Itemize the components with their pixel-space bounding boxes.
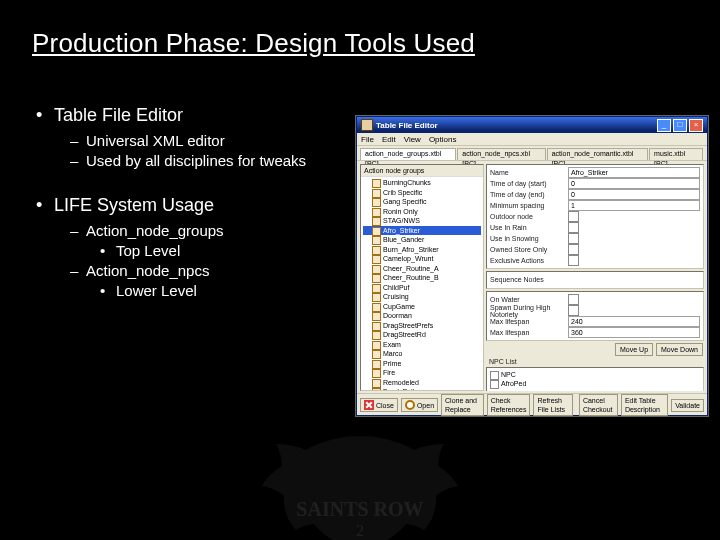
- bullet-lvl2: –Used by all disciplines for tweaks: [70, 152, 376, 169]
- tree-node[interactable]: CupGame: [363, 302, 481, 312]
- menu-view[interactable]: View: [404, 135, 421, 144]
- checkbox[interactable]: [568, 211, 579, 222]
- file-tab[interactable]: action_node_romantic.xtbl [PC]: [547, 148, 648, 160]
- text-field[interactable]: 0: [568, 189, 700, 200]
- bullet-lvl1: •LIFE System Usage: [36, 195, 376, 216]
- bullet-heading: Table File Editor: [54, 105, 183, 125]
- tree-node[interactable]: BurningChunks: [363, 178, 481, 188]
- text-field[interactable]: 1: [568, 200, 700, 211]
- tree-node[interactable]: Fire: [363, 368, 481, 378]
- slide-title: Production Phase: Design Tools Used: [0, 0, 720, 59]
- app-window: Table File Editor _ □ × File Edit View O…: [356, 116, 708, 416]
- tree-node[interactable]: DragStreetRd: [363, 330, 481, 340]
- close-tool-button[interactable]: Close: [360, 398, 398, 412]
- tree-node[interactable]: Camelop_Wrunt: [363, 254, 481, 264]
- field-label: NPC List: [489, 358, 567, 365]
- menu-file[interactable]: File: [361, 135, 374, 144]
- validate-button[interactable]: Validate: [671, 399, 704, 412]
- properties-panel: NameAfro_StrikerTime of day (start)0Time…: [486, 164, 704, 391]
- bullet-lvl2: –Universal XML editor: [70, 132, 376, 149]
- file-tab[interactable]: action_node_npcs.xbl [PC]: [457, 148, 545, 160]
- app-icon: [361, 119, 373, 131]
- field-label: Owned Store Only: [490, 246, 568, 253]
- bullet-lvl2: –Action_node_groups: [70, 222, 376, 239]
- cancel-checkout-button[interactable]: Cancel Checkout: [579, 394, 618, 416]
- edit-table-description-button[interactable]: Edit Table Description: [621, 394, 668, 416]
- field-label: Max lifespan: [490, 318, 568, 325]
- bottom-toolbar: Close Open Clone and Replace Check Refer…: [357, 393, 707, 416]
- svg-text:2: 2: [356, 522, 364, 539]
- svg-text:SAINTS ROW: SAINTS ROW: [296, 498, 423, 520]
- titlebar[interactable]: Table File Editor _ □ ×: [357, 117, 707, 133]
- bullet-heading: LIFE System Usage: [54, 195, 214, 215]
- checkbox[interactable]: [568, 305, 579, 316]
- text-field[interactable]: 0: [568, 178, 700, 189]
- tree-node[interactable]: ChildPuf: [363, 283, 481, 293]
- checkbox[interactable]: [568, 222, 579, 233]
- tree-node[interactable]: Food_Exile: [363, 387, 481, 391]
- field-label: Exclusive Actions: [490, 257, 568, 264]
- tree-node[interactable]: Gang Specific: [363, 197, 481, 207]
- field-label: Use In Rain: [490, 224, 568, 231]
- move-up-button[interactable]: Move Up: [615, 343, 653, 356]
- open-tool-button[interactable]: Open: [401, 398, 438, 412]
- text-field[interactable]: Afro_Striker: [568, 167, 700, 178]
- refresh-button[interactable]: Refresh File Lists: [533, 394, 572, 416]
- maximize-button[interactable]: □: [673, 119, 687, 132]
- field-label: Use in Snowing: [490, 235, 568, 242]
- tree-panel: Action node groups BurningChunksCrib Spe…: [360, 164, 484, 391]
- tree-node[interactable]: Crib Specific: [363, 188, 481, 198]
- checkbox[interactable]: [568, 233, 579, 244]
- checkbox[interactable]: [568, 255, 579, 266]
- checkbox[interactable]: [568, 294, 579, 305]
- text-field[interactable]: 240: [568, 316, 700, 327]
- field-label: Spawn During High Notoriety: [490, 304, 568, 318]
- tree-node[interactable]: DragStreetPrefs: [363, 321, 481, 331]
- list-item[interactable]: AfroPed: [489, 379, 701, 388]
- close-button[interactable]: ×: [689, 119, 703, 132]
- checkbox[interactable]: [568, 244, 579, 255]
- bullet-lvl3: •Lower Level: [100, 282, 376, 299]
- bullet-lvl1: •Table File Editor: [36, 105, 376, 126]
- field-label: Name: [490, 169, 568, 176]
- field-label: Minimum spacing: [490, 202, 568, 209]
- tree-node[interactable]: Doorman: [363, 311, 481, 321]
- bullet-list: •Table File Editor –Universal XML editor…: [0, 59, 376, 302]
- menu-options[interactable]: Options: [429, 135, 457, 144]
- tree-node[interactable]: Exam: [363, 340, 481, 350]
- tree-node[interactable]: Cheer_Routine_B: [363, 273, 481, 283]
- tree-node[interactable]: Afro_Striker: [363, 226, 481, 236]
- bullet-lvl2: –Action_node_npcs: [70, 262, 376, 279]
- clone-replace-button[interactable]: Clone and Replace: [441, 394, 484, 416]
- field-label: Sequence Nodes: [490, 276, 568, 283]
- tree-header: Action node groups: [361, 165, 483, 177]
- npc-list[interactable]: NPC AfroPed: [486, 367, 704, 391]
- open-icon: [405, 400, 415, 410]
- text-field[interactable]: 360: [568, 327, 700, 338]
- check-references-button[interactable]: Check References: [487, 394, 531, 416]
- tree-node[interactable]: Burn_Afro_Striker: [363, 245, 481, 255]
- tree-node[interactable]: Blue_Gander: [363, 235, 481, 245]
- minimize-button[interactable]: _: [657, 119, 671, 132]
- file-tab[interactable]: music.xtbl [PC]: [649, 148, 703, 160]
- tree-node[interactable]: Cruising: [363, 292, 481, 302]
- tree-node[interactable]: Remodeled: [363, 378, 481, 388]
- file-tab[interactable]: action_node_groups.xtbl [PC]: [360, 148, 456, 160]
- menu-bar: File Edit View Options: [357, 133, 707, 146]
- list-item[interactable]: NPC: [489, 370, 701, 379]
- tree-node[interactable]: Marco: [363, 349, 481, 359]
- menu-edit[interactable]: Edit: [382, 135, 396, 144]
- tree[interactable]: BurningChunksCrib SpecificGang SpecificR…: [361, 177, 483, 391]
- move-down-button[interactable]: Move Down: [656, 343, 703, 356]
- field-label: On Water: [490, 296, 568, 303]
- tree-node[interactable]: Prime: [363, 359, 481, 369]
- bullet-lvl3: •Top Level: [100, 242, 376, 259]
- tree-node[interactable]: Cheer_Routine_A: [363, 264, 481, 274]
- field-label: Outdoor node: [490, 213, 568, 220]
- window-title: Table File Editor: [376, 121, 657, 130]
- tree-node[interactable]: Ronin Only: [363, 207, 481, 217]
- field-label: Time of day (end): [490, 191, 568, 198]
- background-crest: SAINTS ROW2: [230, 430, 490, 540]
- tab-strip: action_node_groups.xtbl [PC] action_node…: [357, 146, 707, 161]
- tree-node[interactable]: STAG/NWS: [363, 216, 481, 226]
